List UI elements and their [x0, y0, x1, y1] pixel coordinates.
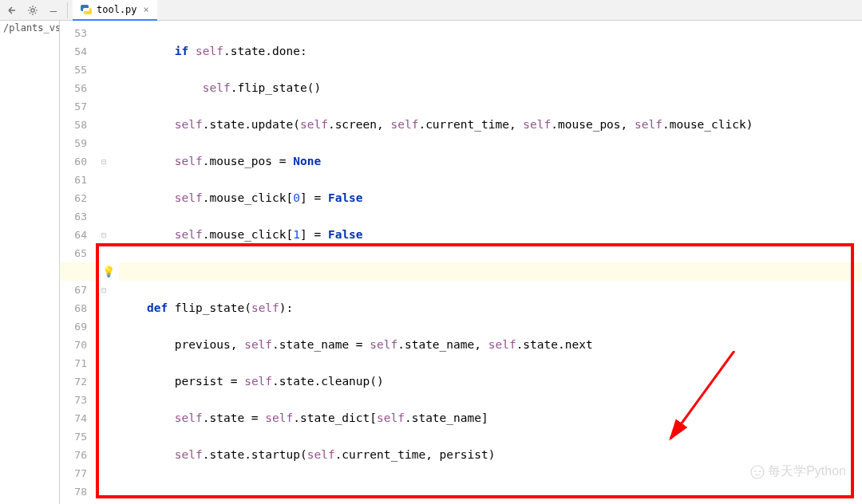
line-number: 75: [60, 427, 87, 446]
project-root[interactable]: /plants_vs_zo: [3, 22, 56, 33]
code-line: [119, 262, 862, 281]
svg-point-0: [31, 8, 34, 11]
fold-marker-icon[interactable]: ⊟: [101, 152, 106, 171]
line-number: 77: [60, 464, 87, 482]
line-number: 69: [60, 317, 87, 336]
line-number: 56: [60, 79, 87, 97]
line-number: 57: [60, 97, 87, 116]
code-editor[interactable]: 53 54 55 56 57 58 59 60 61 62 63 64 65 6…: [60, 21, 862, 504]
line-number: 60: [60, 152, 87, 171]
code-line: self.state.startup(self.current_time, pe…: [119, 446, 862, 464]
line-number: 71: [60, 354, 87, 372]
main-area: /plants_vs_zo 53 54 55 56 57 58 59 60 61…: [0, 21, 862, 504]
gear-icon[interactable]: [24, 2, 42, 19]
tab-filename: tool.py: [97, 4, 137, 15]
divider: [67, 2, 68, 18]
code-text-area[interactable]: if self.state.done: self.flip_state() se…: [119, 21, 862, 504]
line-number: 68: [60, 299, 87, 317]
code-line: self.mouse_click[0] = False: [119, 189, 862, 207]
line-number: 53: [60, 24, 87, 42]
gutter-annotations: ⊟ ⊟ 💡 ⊟: [95, 21, 119, 504]
code-line: self.flip_state(): [119, 79, 862, 97]
code-line: self.state = self.state_dict[self.state_…: [119, 409, 862, 427]
line-number: 74: [60, 409, 87, 427]
code-line: self.mouse_pos = None: [119, 152, 862, 171]
minus-icon[interactable]: —: [45, 2, 62, 19]
code-line: previous, self.state_name = self.state_n…: [119, 336, 862, 354]
project-sidebar[interactable]: /plants_vs_zo: [0, 21, 60, 504]
code-line: def flip_state(self):: [119, 299, 862, 317]
line-number: 62: [60, 189, 87, 207]
line-number: 63: [60, 207, 87, 226]
code-line: if self.state.done:: [119, 42, 862, 61]
line-number: 76: [60, 446, 87, 464]
python-file-icon: [81, 4, 92, 15]
line-number: 65: [60, 244, 87, 262]
line-number: 59: [60, 134, 87, 152]
line-number: 58: [60, 116, 87, 134]
code-line: [119, 482, 862, 501]
top-bar: — tool.py ×: [0, 0, 862, 21]
file-tab[interactable]: tool.py ×: [73, 0, 157, 21]
code-line: self.state.update(self.screen, self.curr…: [119, 116, 862, 134]
line-number: 70: [60, 336, 87, 354]
close-icon[interactable]: ×: [144, 4, 149, 15]
code-line: persist = self.state.cleanup(): [119, 372, 862, 391]
line-number: 73: [60, 391, 87, 409]
fold-end-icon[interactable]: ⊟: [101, 226, 106, 244]
line-number: 55: [60, 61, 87, 79]
code-line: self.mouse_click[1] = False: [119, 226, 862, 244]
line-number: 54: [60, 42, 87, 61]
line-number: 72: [60, 372, 87, 391]
intention-bulb-icon[interactable]: 💡: [102, 262, 115, 281]
line-number: 78: [60, 482, 87, 501]
line-number: 67: [60, 281, 87, 299]
line-number: 64: [60, 226, 87, 244]
fold-marker-icon[interactable]: ⊟: [101, 281, 106, 299]
line-number: 61: [60, 171, 87, 189]
collapse-icon[interactable]: [3, 2, 21, 19]
